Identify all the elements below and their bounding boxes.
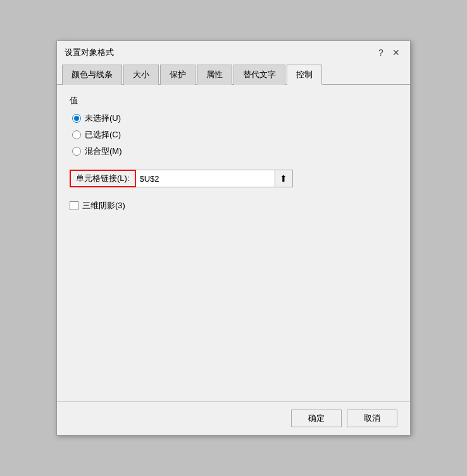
- radio-unselected-circle: [72, 114, 81, 123]
- ok-button[interactable]: 确定: [291, 410, 342, 427]
- tab-size[interactable]: 大小: [123, 65, 159, 85]
- dialog-footer: 确定 取消: [57, 401, 410, 435]
- checkbox-3d-shadow-label: 三维阴影(3): [82, 200, 125, 211]
- title-actions: ? ✕: [375, 46, 402, 59]
- radio-unselected[interactable]: 未选择(U): [72, 113, 397, 124]
- tab-control[interactable]: 控制: [287, 65, 322, 85]
- radio-selected[interactable]: 已选择(C): [72, 129, 397, 141]
- tabs-bar: 颜色与线条 大小 保护 属性 替代文字 控制: [57, 64, 410, 85]
- radio-unselected-label: 未选择(U): [85, 113, 121, 124]
- cell-link-row: 单元格链接(L): ⬆: [70, 170, 397, 187]
- checkbox-3d-shadow[interactable]: [70, 201, 78, 210]
- dialog-window: 设置对象格式 ? ✕ 颜色与线条 大小 保护 属性 替代文字 控制 值 未选择(…: [56, 41, 411, 435]
- radio-mixed[interactable]: 混合型(M): [72, 146, 397, 157]
- section-value-label: 值: [70, 95, 397, 106]
- checkbox-3d-shadow-row: 三维阴影(3): [70, 200, 397, 211]
- radio-mixed-label: 混合型(M): [85, 146, 122, 157]
- tab-properties[interactable]: 属性: [197, 65, 232, 85]
- title-bar: 设置对象格式 ? ✕: [57, 41, 410, 61]
- tab-alt-text[interactable]: 替代文字: [233, 65, 285, 85]
- tab-color-lines[interactable]: 颜色与线条: [62, 65, 122, 85]
- dialog-body: 值 未选择(U) 已选择(C) 混合型(M) 单元格链接(L): ⬆: [57, 85, 410, 401]
- dialog-title: 设置对象格式: [65, 47, 114, 58]
- radio-selected-circle: [72, 130, 81, 139]
- close-button[interactable]: ✕: [390, 46, 402, 59]
- radio-mixed-circle: [72, 147, 81, 156]
- radio-selected-label: 已选择(C): [85, 129, 121, 141]
- help-button[interactable]: ?: [375, 46, 387, 59]
- cancel-button[interactable]: 取消: [347, 410, 397, 427]
- cell-link-input[interactable]: [136, 170, 275, 187]
- tab-protection[interactable]: 保护: [160, 65, 196, 85]
- cell-link-label: 单元格链接(L):: [70, 170, 136, 187]
- radio-group: 未选择(U) 已选择(C) 混合型(M): [72, 113, 397, 157]
- cell-link-select-button[interactable]: ⬆: [275, 170, 293, 187]
